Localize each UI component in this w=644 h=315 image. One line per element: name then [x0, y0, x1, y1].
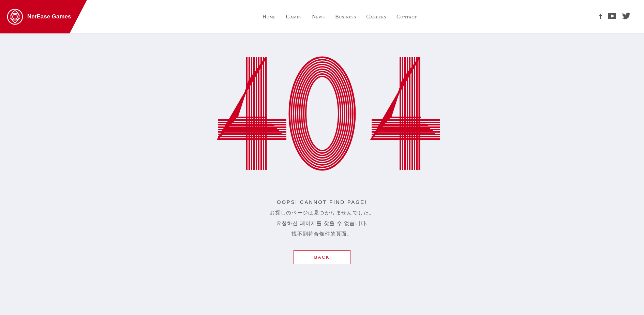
youtube-icon[interactable]	[608, 13, 616, 21]
nav-business[interactable]: Business	[335, 14, 356, 20]
site-header: NetEase Games Home Games News Business C…	[0, 0, 644, 33]
back-button-wrap: BACK	[294, 250, 351, 264]
error-title: OOPS! CANNOT FIND PAGE!	[270, 197, 375, 207]
social-icons: f	[599, 12, 630, 21]
netease-logo-icon	[6, 8, 24, 26]
logo-area[interactable]: NetEase Games	[0, 0, 87, 33]
nav-home[interactable]: Home	[263, 14, 276, 20]
divider	[0, 194, 644, 194]
facebook-icon[interactable]: f	[599, 12, 602, 21]
nav-contact[interactable]: Contact	[396, 14, 417, 20]
nav-games[interactable]: Games	[286, 14, 302, 20]
main-nav: Home Games News Business Careers Contact	[263, 14, 417, 20]
nav-news[interactable]: News	[312, 14, 325, 20]
main-content: .r { fill: none; stroke: #cc0020; } .rs …	[0, 33, 644, 315]
back-button[interactable]: BACK	[294, 250, 351, 264]
error-sub-zh: 找不到符合條件的頁面。	[270, 229, 375, 238]
nav-careers[interactable]: Careers	[366, 14, 386, 20]
error-messages: OOPS! CANNOT FIND PAGE! お探しのページは見つかりませんで…	[270, 197, 375, 238]
error-sub-ja: お探しのページは見つかりませんでした。	[270, 208, 375, 217]
error-sub-ko: 요청하신 페이지를 찾을 수 없습니다.	[270, 219, 375, 228]
svg-point-32	[310, 81, 334, 146]
logo-text: NetEase Games	[27, 13, 71, 20]
twitter-icon[interactable]	[622, 13, 630, 21]
error-graphic: .r { fill: none; stroke: #cc0020; } .rs …	[186, 44, 459, 187]
